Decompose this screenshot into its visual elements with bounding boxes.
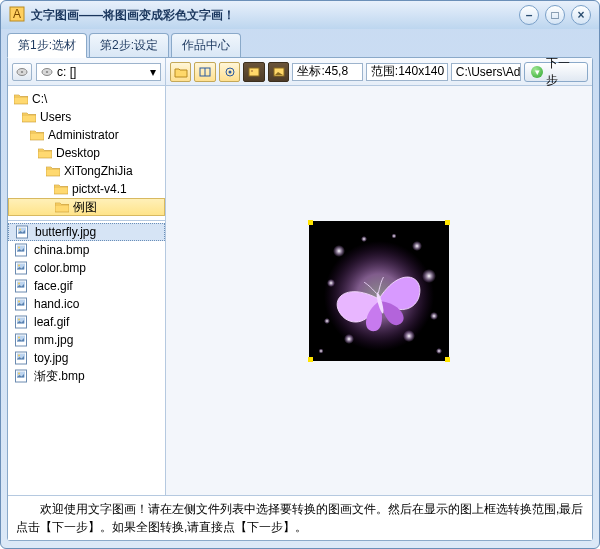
svg-point-53 <box>436 348 442 354</box>
arrow-down-icon: ▾ <box>531 66 543 78</box>
file-name: toy.jpg <box>34 351 68 365</box>
content-panel: c: [] ▾ C:\UsersAdministratorDesktopXiTo… <box>7 57 593 541</box>
tree-label: Desktop <box>56 146 100 160</box>
svg-point-47 <box>344 334 354 344</box>
folder-icon <box>46 165 60 177</box>
selection-handle-tr[interactable] <box>445 220 450 225</box>
file-item[interactable]: 渐变.bmp <box>8 367 165 385</box>
range-display: 范围:140x140 <box>366 63 448 81</box>
drive-label: c: [] <box>57 65 76 79</box>
file-name: leaf.gif <box>34 315 69 329</box>
tree-label: XiTongZhiJia <box>64 164 133 178</box>
toolbar: 坐标:45,8 范围:140x140 C:\Users\Adl ▾ 下一步 <box>166 58 592 86</box>
file-item[interactable]: color.bmp <box>8 259 165 277</box>
selection-handle-bl[interactable] <box>308 357 313 362</box>
image-file-icon <box>15 225 29 239</box>
svg-point-50 <box>430 312 438 320</box>
svg-point-44 <box>412 241 422 251</box>
drive-icon <box>41 67 53 77</box>
image-file-icon <box>14 261 28 275</box>
svg-point-43 <box>333 245 345 257</box>
tree-item[interactable]: 例图 <box>8 198 165 216</box>
file-item[interactable]: hand.ico <box>8 295 165 313</box>
tab-bar: 第1步:选材 第2步:设定 作品中心 <box>1 29 599 58</box>
file-name: mm.jpg <box>34 333 73 347</box>
folder-tree[interactable]: C:\UsersAdministratorDesktopXiTongZhiJia… <box>8 86 165 221</box>
tree-label: pictxt-v4.1 <box>72 182 127 196</box>
tree-item[interactable]: pictxt-v4.1 <box>8 180 165 198</box>
folder-icon <box>22 111 36 123</box>
file-item[interactable]: china.bmp <box>8 241 165 259</box>
file-name: china.bmp <box>34 243 89 257</box>
tab-gallery[interactable]: 作品中心 <box>171 33 241 58</box>
image-file-icon <box>14 369 28 383</box>
image-file-icon <box>14 279 28 293</box>
tool-button-5[interactable] <box>268 62 289 82</box>
svg-point-20 <box>18 301 20 303</box>
svg-point-11 <box>18 247 20 249</box>
drive-combo[interactable]: c: [] ▾ <box>36 63 161 81</box>
tab-step2[interactable]: 第2步:设定 <box>89 33 169 58</box>
svg-point-45 <box>422 269 436 283</box>
tree-item[interactable]: Desktop <box>8 144 165 162</box>
tree-label: Administrator <box>48 128 119 142</box>
right-panel: 坐标:45,8 范围:140x140 C:\Users\Adl ▾ 下一步 <box>166 58 592 495</box>
minimize-button[interactable]: – <box>519 5 539 25</box>
status-bar: 欢迎使用文字图画！请在左侧文件列表中选择要转换的图画文件。然后在显示的图上框选转… <box>8 495 592 540</box>
next-label: 下一步 <box>546 55 581 89</box>
app-icon: A <box>9 6 25 25</box>
file-item[interactable]: face.gif <box>8 277 165 295</box>
picture-icon <box>247 66 261 78</box>
file-item[interactable]: toy.jpg <box>8 349 165 367</box>
svg-point-17 <box>18 283 20 285</box>
file-item[interactable]: butterfly.jpg <box>8 223 165 241</box>
go-up-button[interactable] <box>12 63 32 81</box>
next-button[interactable]: ▾ 下一步 <box>524 62 588 82</box>
path-display: C:\Users\Adl <box>451 63 521 81</box>
svg-point-36 <box>228 70 231 73</box>
tool-button-2[interactable] <box>194 62 215 82</box>
chevron-down-icon: ▾ <box>150 65 156 79</box>
preview-image[interactable] <box>309 221 449 361</box>
svg-point-32 <box>18 373 20 375</box>
preview-area[interactable] <box>166 86 592 495</box>
image-file-icon <box>14 297 28 311</box>
folder-icon <box>14 93 28 105</box>
svg-text:A: A <box>13 7 21 21</box>
svg-point-46 <box>327 279 335 287</box>
tree-item[interactable]: C:\ <box>8 90 165 108</box>
image-file-icon <box>14 315 28 329</box>
tool-button-4[interactable] <box>243 62 264 82</box>
folder-icon <box>30 129 44 141</box>
disk-icon <box>16 67 28 77</box>
folder-icon <box>38 147 52 159</box>
file-item[interactable]: mm.jpg <box>8 331 165 349</box>
app-window: A 文字图画——将图画变成彩色文字画！ – □ × 第1步:选材 第2步:设定 … <box>0 0 600 549</box>
titlebar: A 文字图画——将图画变成彩色文字画！ – □ × <box>1 1 599 29</box>
folder-icon <box>54 183 68 195</box>
open-button[interactable] <box>170 62 191 82</box>
tab-step1[interactable]: 第1步:选材 <box>7 33 87 58</box>
file-name: 渐变.bmp <box>34 368 85 385</box>
image-file-icon <box>14 243 28 257</box>
tree-item[interactable]: XiTongZhiJia <box>8 162 165 180</box>
svg-point-14 <box>18 265 20 267</box>
svg-point-52 <box>392 233 397 238</box>
drive-bar: c: [] ▾ <box>8 58 165 86</box>
maximize-button[interactable]: □ <box>545 5 565 25</box>
svg-point-48 <box>403 330 415 342</box>
folder-open-icon <box>174 66 188 78</box>
file-name: face.gif <box>34 279 73 293</box>
tree-label: C:\ <box>32 92 47 106</box>
file-item[interactable]: leaf.gif <box>8 313 165 331</box>
butterfly-image <box>309 221 449 361</box>
svg-point-51 <box>361 236 367 242</box>
picture2-icon <box>272 66 286 78</box>
selection-handle-tl[interactable] <box>308 220 313 225</box>
close-button[interactable]: × <box>571 5 591 25</box>
tool-button-3[interactable] <box>219 62 240 82</box>
file-list[interactable]: butterfly.jpgchina.bmpcolor.bmpface.gifh… <box>8 221 165 495</box>
selection-handle-br[interactable] <box>445 357 450 362</box>
tree-item[interactable]: Users <box>8 108 165 126</box>
tree-item[interactable]: Administrator <box>8 126 165 144</box>
